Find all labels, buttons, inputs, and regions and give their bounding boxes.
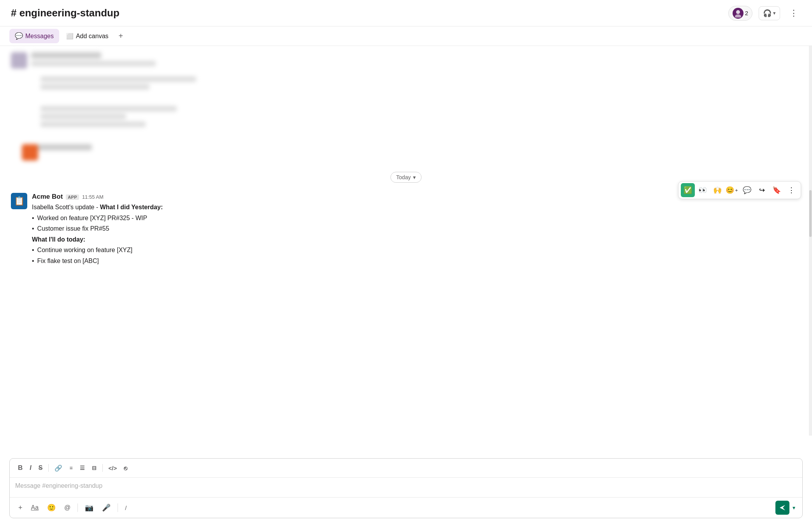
canvas-icon: ⬜ bbox=[66, 33, 74, 40]
send-options-button[interactable]: ▾ bbox=[791, 503, 797, 512]
strikethrough-button[interactable]: S bbox=[36, 463, 46, 473]
bullet-4: • Fix flake test on [ABC] bbox=[32, 256, 801, 266]
messages-area[interactable]: Today ▾ ✅ 👀 🙌 😊 ＋ 💬 ↪ 🔖 ⋮ 📋 Acme Bot APP… bbox=[0, 46, 812, 350]
composer-footer-left: + Aa 🙂 @ 📷 🎤 / bbox=[15, 501, 130, 514]
more-options-button[interactable]: ⋮ bbox=[786, 7, 801, 20]
svg-point-0 bbox=[736, 10, 740, 14]
video-button[interactable]: 📷 bbox=[82, 501, 97, 514]
bold-button[interactable]: B bbox=[15, 462, 25, 473]
composer-toolbar: B I S 🔗 ≡ ☰ ⊟ </> ⎋ bbox=[10, 459, 802, 478]
acme-bot-message: ✅ 👀 🙌 😊 ＋ 💬 ↪ 🔖 ⋮ 📋 Acme Bot APP 11:55 A… bbox=[0, 189, 812, 271]
bullet-2: • Customer issue fix PR#55 bbox=[32, 224, 801, 234]
link-button[interactable]: 🔗 bbox=[52, 463, 65, 473]
sketch-button[interactable]: ⎋ bbox=[121, 463, 130, 473]
bullet-3: • Continue working on feature [XYZ] bbox=[32, 245, 801, 255]
check-reaction-button[interactable]: ✅ bbox=[681, 183, 695, 197]
blurred-messages bbox=[0, 46, 812, 166]
footer-divider-1 bbox=[77, 503, 78, 512]
headphones-icon: 🎧 bbox=[763, 9, 772, 18]
add-emoji-icon: 😊 bbox=[726, 186, 734, 194]
tabs-bar: 💬 Messages ⬜ Add canvas + bbox=[0, 26, 812, 46]
message-more-button[interactable]: ⋮ bbox=[784, 183, 798, 197]
avatar-group bbox=[733, 8, 743, 19]
channel-title: # engineering-standup bbox=[11, 7, 120, 19]
scrollbar-track[interactable] bbox=[809, 46, 812, 436]
tab-messages-label: Messages bbox=[25, 33, 54, 40]
message-content: Acme Bot APP 11:55 AM Isabella Scott's u… bbox=[32, 193, 801, 267]
avatar-1 bbox=[733, 8, 743, 19]
code-button[interactable]: </> bbox=[106, 463, 120, 473]
slash-command-button[interactable]: / bbox=[122, 503, 130, 513]
plus-icon: ＋ bbox=[734, 187, 739, 194]
message-intro: Isabella Scott's update - What I did Yes… bbox=[32, 202, 801, 212]
composer-footer-right: ▾ bbox=[775, 501, 797, 515]
add-reaction-button[interactable]: 😊 ＋ bbox=[725, 183, 739, 197]
svg-point-1 bbox=[735, 14, 741, 18]
composer-footer: + Aa 🙂 @ 📷 🎤 / ▾ bbox=[10, 497, 802, 518]
sender-name: Acme Bot bbox=[32, 193, 63, 201]
send-button[interactable] bbox=[775, 501, 789, 515]
toolbar-divider-2 bbox=[102, 464, 103, 472]
messages-icon: 💬 bbox=[15, 32, 23, 40]
action-toolbar: ✅ 👀 🙌 😊 ＋ 💬 ↪ 🔖 ⋮ bbox=[678, 181, 801, 199]
bullet-1: • Worked on feature [XYZ] PR#325 - WIP bbox=[32, 213, 801, 223]
unordered-list-button[interactable]: ☰ bbox=[77, 463, 88, 473]
tab-add-canvas-label: Add canvas bbox=[76, 33, 109, 40]
bookmark-button[interactable]: 🔖 bbox=[770, 183, 784, 197]
message-timestamp: 11:55 AM bbox=[82, 194, 104, 200]
indent-button[interactable]: ⊟ bbox=[89, 463, 99, 473]
scrollbar-thumb[interactable] bbox=[809, 190, 812, 237]
font-button[interactable]: Aa bbox=[28, 502, 42, 513]
add-tab-button[interactable]: + bbox=[116, 30, 127, 42]
bot-avatar: 📋 bbox=[11, 193, 27, 209]
eyes-reaction-button[interactable]: 👀 bbox=[696, 183, 710, 197]
comment-button[interactable]: 💬 bbox=[740, 183, 754, 197]
message-body: Isabella Scott's update - What I did Yes… bbox=[32, 202, 801, 266]
tab-add-canvas[interactable]: ⬜ Add canvas bbox=[61, 30, 114, 43]
app-badge: APP bbox=[66, 194, 79, 200]
composer-area: B I S 🔗 ≡ ☰ ⊟ </> ⎋ Message #engineering… bbox=[0, 454, 812, 526]
toolbar-divider-1 bbox=[48, 464, 49, 472]
tab-messages[interactable]: 💬 Messages bbox=[9, 29, 59, 43]
channel-name-text: # engineering-standup bbox=[11, 7, 120, 19]
microphone-button[interactable]: 🎤 bbox=[99, 501, 114, 514]
member-count: 2 bbox=[745, 10, 748, 16]
italic-button[interactable]: I bbox=[27, 463, 34, 473]
emoji-button[interactable]: 🙂 bbox=[44, 501, 59, 514]
mention-button[interactable]: @ bbox=[61, 502, 74, 513]
today-label: Today bbox=[396, 174, 411, 180]
channel-header: # engineering-standup 2 🎧 ▾ ⋮ bbox=[0, 0, 812, 26]
footer-divider-2 bbox=[118, 503, 118, 512]
chevron-down-icon: ▾ bbox=[773, 10, 776, 16]
members-button[interactable]: 2 bbox=[728, 6, 752, 21]
composer-box: B I S 🔗 ≡ ☰ ⊟ </> ⎋ Message #engineering… bbox=[9, 458, 803, 518]
send-icon bbox=[779, 504, 786, 511]
today-chevron: ▾ bbox=[413, 174, 416, 180]
message-input[interactable]: Message #engineering-standup bbox=[10, 478, 802, 497]
section2-title: What I'll do today: bbox=[32, 235, 801, 245]
today-pill[interactable]: Today ▾ bbox=[390, 172, 422, 183]
header-right: 2 🎧 ▾ ⋮ bbox=[728, 6, 801, 21]
input-placeholder: Message #engineering-standup bbox=[15, 482, 102, 489]
headphones-button[interactable]: 🎧 ▾ bbox=[759, 6, 780, 20]
forward-button[interactable]: ↪ bbox=[755, 183, 769, 197]
clap-reaction-button[interactable]: 🙌 bbox=[710, 183, 724, 197]
ordered-list-button[interactable]: ≡ bbox=[67, 463, 75, 473]
add-attachment-button[interactable]: + bbox=[15, 502, 26, 514]
